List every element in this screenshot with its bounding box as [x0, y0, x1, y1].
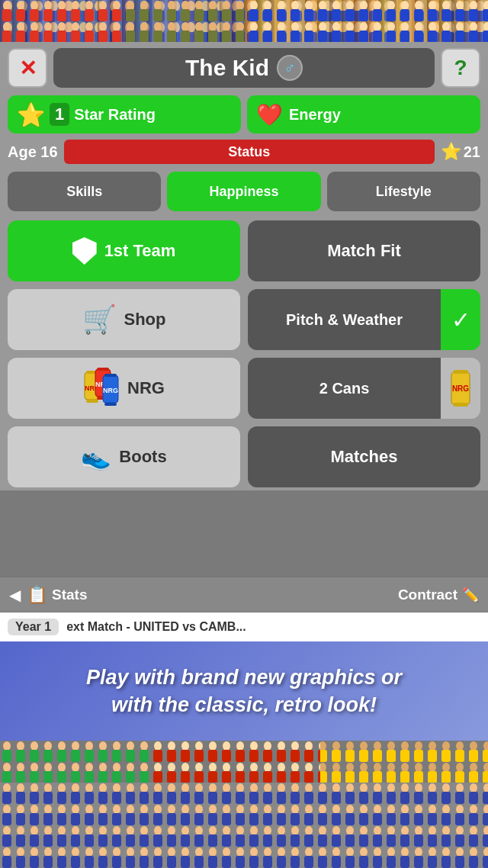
buttons-grid: 1st Team Match Fit 🛒 Shop Pitch & Weathe… — [8, 220, 480, 487]
star-rating-label: Star Rating — [74, 106, 156, 124]
svg-text:NRG: NRG — [103, 387, 118, 394]
stats-icon: 📋 — [27, 585, 47, 605]
crowd-extra-bottom — [0, 783, 488, 868]
heart-icon: ❤️ — [256, 102, 283, 127]
stats-row: ⭐ 1 Star Rating ❤️ Energy — [8, 95, 480, 133]
help-button[interactable]: ? — [441, 48, 480, 88]
star-rating-button[interactable]: ⭐ 1 Star Rating — [8, 95, 241, 133]
svg-rect-19 — [97, 368, 109, 371]
contract-nav-label: Contract — [398, 587, 458, 603]
coins-area: ⭐ 21 — [441, 142, 480, 162]
boots-button[interactable]: 👟 Boots — [8, 426, 240, 487]
player-name: The Kid — [185, 55, 269, 81]
contract-nav-item[interactable]: Contract ✏️ — [398, 587, 479, 603]
tabs-row: Skills Happiness Lifestyle — [8, 172, 480, 211]
year-match-bar: Year 1 ext Match - UNITED vs CAMB... — [0, 612, 488, 641]
row-2: 🛒 Shop Pitch & Weather ✓ — [8, 289, 480, 350]
can-image[interactable]: NRG — [441, 358, 480, 419]
matches-button[interactable]: Matches — [248, 426, 480, 487]
coin-star-icon: ⭐ — [441, 142, 461, 162]
pencil-icon: ✏️ — [462, 587, 479, 603]
title-bar: ✕ The Kid ♂ ? — [8, 48, 480, 88]
row-4: 👟 Boots Matches — [8, 426, 480, 487]
lifestyle-tab[interactable]: Lifestyle — [327, 172, 480, 211]
crowd-bottom — [0, 741, 488, 783]
match-text: ext Match - UNITED vs CAMB... — [66, 620, 246, 634]
gender-icon: ♂ — [277, 55, 303, 81]
pitch-weather-button[interactable]: Pitch & Weather — [248, 289, 441, 350]
status-text: Status — [228, 144, 270, 160]
svg-rect-38 — [320, 741, 488, 783]
svg-rect-27 — [453, 370, 468, 374]
svg-rect-28 — [453, 403, 468, 407]
age-status-row: Age 16 Status ⭐ 21 — [8, 140, 480, 164]
main-panel: ✕ The Kid ♂ ? ⭐ 1 Star Rating ❤️ Energy … — [0, 42, 488, 490]
energy-label: Energy — [289, 106, 341, 124]
pitch-weather-check[interactable]: ✓ — [441, 289, 480, 350]
happiness-tab[interactable]: Happiness — [167, 172, 320, 211]
close-button[interactable]: ✕ — [8, 48, 47, 88]
row-3: NRG NRG NRG NRG 2 Cans — [8, 358, 480, 419]
svg-rect-24 — [104, 403, 117, 406]
nav-arrow-left[interactable]: ◀ — [9, 586, 21, 604]
shield-icon — [72, 237, 97, 265]
two-cans-button[interactable]: 2 Cans — [248, 358, 441, 419]
status-bar: Status — [64, 140, 435, 164]
nrg-button[interactable]: NRG NRG NRG NRG — [8, 358, 240, 419]
title-center: The Kid ♂ — [53, 48, 435, 88]
row-1: 1st Team Match Fit — [8, 220, 480, 281]
svg-rect-23 — [104, 374, 117, 377]
stats-nav-item[interactable]: 📋 Stats — [27, 585, 398, 605]
pitch-weather-wrapper: Pitch & Weather ✓ — [248, 289, 480, 350]
year-badge: Year 1 — [8, 619, 59, 635]
first-team-button[interactable]: 1st Team — [8, 220, 240, 281]
age-label: Age 16 — [8, 143, 58, 161]
svg-rect-16 — [86, 400, 98, 403]
svg-rect-37 — [152, 741, 320, 783]
boot-icon: 👟 — [81, 442, 111, 471]
svg-rect-41 — [0, 783, 488, 868]
promo-text: Play with brand new graphics or with the… — [86, 664, 402, 719]
stats-nav-label: Stats — [52, 587, 87, 603]
nrg-cans-icon: NRG NRG NRG — [83, 366, 120, 410]
coin-count: 21 — [464, 143, 480, 161]
cart-icon: 🛒 — [82, 304, 117, 336]
svg-rect-36 — [0, 741, 152, 783]
cans-wrapper: 2 Cans NRG — [248, 358, 480, 419]
energy-button[interactable]: ❤️ Energy — [247, 95, 480, 133]
svg-rect-12 — [244, 0, 488, 42]
star-icon: ⭐ — [17, 101, 45, 128]
match-fit-button[interactable]: Match Fit — [248, 220, 480, 281]
svg-text:NRG: NRG — [452, 384, 469, 393]
promo-banner: Play with brand new graphics or with the… — [0, 641, 488, 741]
bottom-nav: ◀ 📋 Stats Contract ✏️ — [0, 576, 488, 612]
skills-tab[interactable]: Skills — [8, 172, 161, 211]
crowd-top — [0, 0, 488, 42]
star-number: 1 — [50, 103, 69, 126]
svg-rect-13 — [122, 0, 244, 42]
shop-button[interactable]: 🛒 Shop — [8, 289, 240, 350]
